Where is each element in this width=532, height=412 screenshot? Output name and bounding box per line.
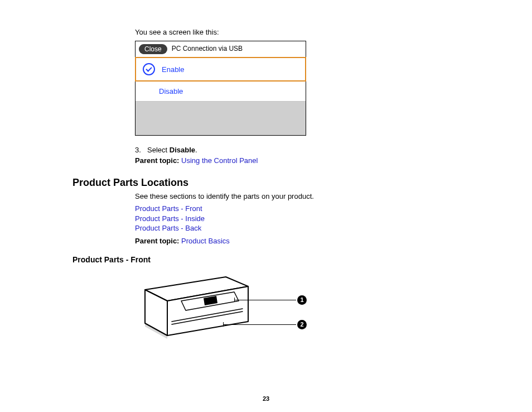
step-text: Select Disable. (147, 146, 197, 154)
parent-topic-link[interactable]: Product Basics (181, 237, 230, 245)
lcd-screenshot: Close PC Connection via USB Enable Disab… (135, 41, 306, 136)
parent-topic-2: Parent topic: Product Basics (135, 237, 460, 245)
callout-2: 2 (223, 320, 307, 329)
step-3: 3. Select Disable. (135, 146, 460, 154)
lcd-header: Close PC Connection via USB (136, 41, 306, 58)
section-intro: See these sections to identify the parts… (135, 192, 460, 200)
parent-topic-label: Parent topic: (135, 237, 181, 245)
callout-1: 1 (234, 295, 307, 305)
lcd-blank-area (136, 102, 306, 135)
printer-front-diagram: 1 2 (128, 269, 329, 347)
lcd-option-enable: Enable (135, 57, 306, 82)
lcd-option-label: Enable (162, 65, 184, 74)
link-product-parts-front[interactable]: Product Parts - Front (135, 204, 460, 214)
page-number: 23 (0, 395, 532, 402)
parent-topic-link[interactable]: Using the Control Panel (181, 156, 258, 165)
subsection-heading-product-parts-front: Product Parts - Front (72, 255, 460, 264)
icon-spacer (142, 86, 152, 96)
section-heading-product-parts-locations: Product Parts Locations (72, 177, 460, 189)
callout-number-2: 2 (297, 320, 307, 329)
link-product-parts-inside[interactable]: Product Parts - Inside (135, 214, 460, 224)
printer-illustration (128, 269, 257, 347)
intro-text: You see a screen like this: (135, 28, 460, 36)
parent-topic-label: Parent topic: (135, 156, 181, 165)
step-number: 3. (135, 146, 147, 154)
check-icon (143, 63, 155, 75)
parent-topic-1: Parent topic: Using the Control Panel (135, 156, 460, 165)
section-link-list: Product Parts - Front Product Parts - In… (135, 204, 460, 233)
lcd-option-disable: Disable (136, 81, 306, 102)
lcd-title: PC Connection via USB (172, 45, 243, 52)
lcd-option-label: Disable (159, 87, 183, 95)
callout-number-1: 1 (297, 295, 307, 305)
link-product-parts-back[interactable]: Product Parts - Back (135, 223, 460, 233)
close-button: Close (139, 44, 167, 54)
